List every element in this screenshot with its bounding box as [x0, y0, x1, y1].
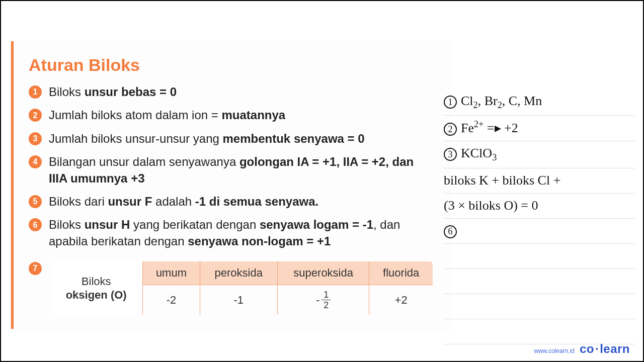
footer: www.colearn.id co·learn: [534, 342, 630, 356]
rules-card: Aturan Biloks 1 Biloks unsur bebas = 0 2…: [11, 41, 449, 329]
table-cell-fraction: -12: [277, 285, 369, 316]
rule-item: 1 Biloks unsur bebas = 0: [29, 84, 434, 100]
handwriting-line: 6: [444, 219, 635, 244]
handwriting-line: 2Fe2+ =▸ +2: [444, 116, 635, 141]
rule-number-icon: 5: [29, 195, 42, 208]
rule-number-icon: 7: [29, 262, 42, 275]
table-cell: -2: [143, 285, 200, 316]
card-title: Aturan Biloks: [29, 55, 434, 75]
handwritten-notes: 1Cl2, Br2, C, Mn2Fe2+ =▸ +23KClO3biloks …: [444, 89, 635, 362]
rule-text: Bilangan unsur dalam senyawanya golongan…: [49, 154, 434, 187]
handwriting-text: Fe2+ =▸ +2: [461, 121, 518, 135]
handwriting-circle-icon: 3: [444, 148, 457, 161]
handwriting-circle-icon: 2: [444, 123, 457, 136]
rule-number-icon: 4: [29, 155, 42, 168]
handwriting-line: 3KClO3: [444, 141, 635, 168]
table-header: umum: [143, 261, 200, 285]
handwriting-text: (3 × biloks O) = 0: [444, 198, 538, 213]
table-header: peroksida: [200, 261, 277, 285]
handwriting-circle-icon: 1: [444, 96, 457, 109]
oxygen-biloks-table: Biloks oksigen (O) umum peroksida supero…: [49, 260, 434, 316]
handwriting-circle-icon: 6: [444, 225, 457, 238]
table-header: superoksida: [277, 261, 369, 285]
footer-url: www.colearn.id: [534, 347, 575, 354]
rule-text: Biloks unsur bebas = 0: [49, 84, 434, 100]
handwriting-line: 1Cl2, Br2, C, Mn: [444, 89, 635, 116]
rule-item: 5 Biloks dari unsur F adalah -1 di semua…: [29, 194, 434, 210]
rule-text: Biloks unsur H yang berikatan dengan sen…: [49, 217, 434, 249]
handwriting-text: KClO3: [461, 146, 497, 160]
rule-item: 2 Jumlah biloks atom dalam ion = muatann…: [29, 107, 434, 123]
rule-number-icon: 3: [29, 132, 42, 145]
table-cell: +2: [369, 285, 433, 316]
rules-list: 1 Biloks unsur bebas = 0 2 Jumlah biloks…: [29, 84, 434, 316]
handwriting-blank-line: [444, 244, 635, 269]
rule-item: 4 Bilangan unsur dalam senyawanya golong…: [29, 154, 434, 187]
colearn-logo: co·learn: [580, 342, 630, 356]
table-header: fluorida: [369, 261, 433, 285]
rule-number-icon: 1: [29, 85, 42, 99]
handwriting-text: biloks K + biloks Cl +: [444, 173, 560, 188]
rule-7-table-wrap: 7 Biloks oksigen (O) umum peroksida supe…: [29, 260, 434, 316]
rule-text: Jumlah biloks unsur-unsur yang membentuk…: [49, 131, 434, 147]
rule-text: Biloks dari unsur F adalah -1 di semua s…: [49, 194, 434, 210]
rule-item: 3 Jumlah biloks unsur-unsur yang membent…: [29, 131, 434, 147]
rule-number-icon: 6: [29, 218, 42, 231]
handwriting-blank-line: [444, 269, 635, 294]
rule-item: 6 Biloks unsur H yang berikatan dengan s…: [29, 217, 434, 249]
handwriting-line: (3 × biloks O) = 0: [444, 194, 635, 219]
handwriting-blank-line: [444, 319, 635, 344]
table-rowhead: Biloks oksigen (O): [49, 261, 143, 315]
rule-number-icon: 2: [29, 109, 42, 122]
handwriting-text: Cl2, Br2, C, Mn: [461, 94, 542, 108]
table-cell: -1: [200, 285, 277, 316]
handwriting-line: biloks K + biloks Cl +: [444, 168, 635, 194]
handwriting-blank-line: [444, 294, 635, 319]
rule-text: Jumlah biloks atom dalam ion = muatannya: [49, 107, 434, 123]
